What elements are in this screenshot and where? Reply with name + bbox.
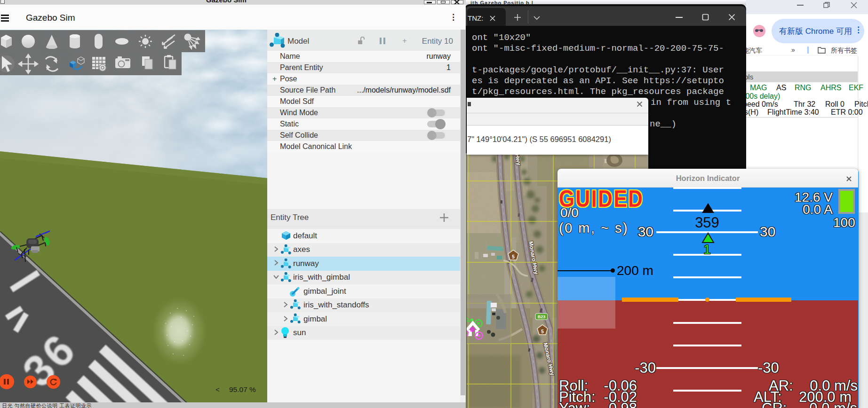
svg-text:5: 5 xyxy=(512,254,515,259)
svg-text:5: 5 xyxy=(541,329,544,334)
svg-text:B23: B23 xyxy=(538,314,546,319)
